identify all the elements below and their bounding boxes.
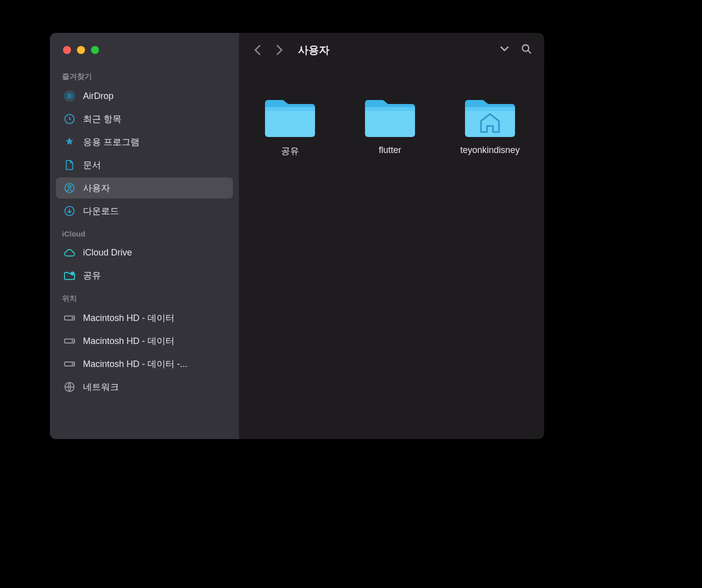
svg-rect-20 xyxy=(465,107,515,137)
sidebar-item-downloads[interactable]: 다운로드 xyxy=(56,200,233,222)
folder-label: 공유 xyxy=(281,145,299,157)
toolbar: 사용자 xyxy=(239,33,544,65)
svg-rect-18 xyxy=(365,107,415,137)
sidebar-item-label: 응용 프로그램 xyxy=(83,136,140,148)
folder-home[interactable]: teyonkindisney xyxy=(449,95,531,157)
search-button[interactable] xyxy=(521,44,532,56)
maximize-button[interactable] xyxy=(91,46,99,54)
svg-rect-21 xyxy=(465,107,515,111)
sidebar-item-label: 공유 xyxy=(83,270,101,282)
sidebar-item-label: 최근 항목 xyxy=(83,113,122,125)
sidebar-item-label: iCloud Drive xyxy=(83,248,132,258)
folder-shared[interactable]: 공유 xyxy=(249,95,331,157)
sidebar-item-airdrop[interactable]: AirDrop xyxy=(56,86,233,106)
finder-window: 즐겨찾기 AirDrop 최근 항목 응용 프로그램 문서 xyxy=(50,33,544,439)
content-area[interactable]: 공유 flutter xyxy=(239,65,544,439)
sidebar-item-disk-1[interactable]: Macintosh HD - 데이터 xyxy=(56,308,233,328)
sidebar-item-disk-2[interactable]: Macintosh HD - 데이터 xyxy=(56,330,233,352)
sidebar-item-shared[interactable]: 공유 xyxy=(56,265,233,286)
svg-rect-19 xyxy=(365,107,415,111)
sidebar-item-recents[interactable]: 최근 항목 xyxy=(56,108,233,130)
home-folder-icon xyxy=(462,95,518,140)
svg-point-13 xyxy=(72,364,73,364)
svg-point-5 xyxy=(68,186,71,188)
svg-point-7 xyxy=(71,272,74,275)
clock-icon xyxy=(63,112,76,126)
sidebar-item-disk-3[interactable]: Macintosh HD - 데이터 -... xyxy=(56,354,233,374)
svg-point-9 xyxy=(72,318,73,318)
more-toolbar-button[interactable] xyxy=(499,46,510,54)
sidebar-item-users[interactable]: 사용자 xyxy=(56,178,233,198)
section-icloud-header: iCloud xyxy=(50,222,239,241)
download-icon xyxy=(63,204,76,218)
folder-icon xyxy=(262,95,318,140)
toolbar-right xyxy=(499,44,532,56)
sidebar-item-label: 문서 xyxy=(83,159,101,171)
sidebar-item-label: Macintosh HD - 데이터 xyxy=(83,335,174,347)
svg-rect-16 xyxy=(265,107,315,137)
airdrop-icon xyxy=(63,90,76,102)
sidebar-item-label: Macintosh HD - 데이터 -... xyxy=(83,358,188,370)
sidebar-item-label: Macintosh HD - 데이터 xyxy=(83,312,174,324)
section-favorites-header: 즐겨찾기 xyxy=(50,65,239,84)
back-button[interactable] xyxy=(251,44,264,56)
window-controls xyxy=(50,46,239,65)
close-button[interactable] xyxy=(63,46,71,54)
sidebar-item-icloud-drive[interactable]: iCloud Drive xyxy=(56,242,233,263)
sidebar: 즐겨찾기 AirDrop 최근 항목 응용 프로그램 문서 xyxy=(50,33,239,439)
section-locations-header: 위치 xyxy=(50,287,239,306)
svg-rect-17 xyxy=(265,107,315,111)
forward-button[interactable] xyxy=(273,44,286,56)
folder-icon xyxy=(362,95,418,140)
shared-folder-icon xyxy=(63,269,76,282)
sidebar-item-applications[interactable]: 응용 프로그램 xyxy=(56,132,233,152)
apps-icon xyxy=(63,136,76,148)
disk-icon xyxy=(63,312,76,324)
network-icon xyxy=(63,380,76,394)
cloud-icon xyxy=(63,246,76,259)
window-title: 사용자 xyxy=(298,43,490,57)
disk-icon xyxy=(63,334,76,348)
svg-point-1 xyxy=(66,93,73,100)
folder-flutter[interactable]: flutter xyxy=(349,95,431,157)
folder-label: flutter xyxy=(378,145,401,156)
document-icon xyxy=(63,158,76,172)
user-icon xyxy=(63,182,76,194)
minimize-button[interactable] xyxy=(77,46,85,54)
sidebar-item-label: 네트워크 xyxy=(83,381,119,393)
sidebar-item-documents[interactable]: 문서 xyxy=(56,154,233,176)
svg-point-11 xyxy=(72,340,73,342)
disk-icon xyxy=(63,358,76,370)
svg-point-0 xyxy=(68,94,71,98)
main-area: 사용자 공유 xyxy=(239,33,544,439)
sidebar-item-label: AirDrop xyxy=(83,91,114,102)
sidebar-item-label: 사용자 xyxy=(83,182,110,194)
sidebar-item-label: 다운로드 xyxy=(83,205,119,217)
sidebar-item-network[interactable]: 네트워크 xyxy=(56,376,233,398)
folder-label: teyonkindisney xyxy=(460,145,520,156)
